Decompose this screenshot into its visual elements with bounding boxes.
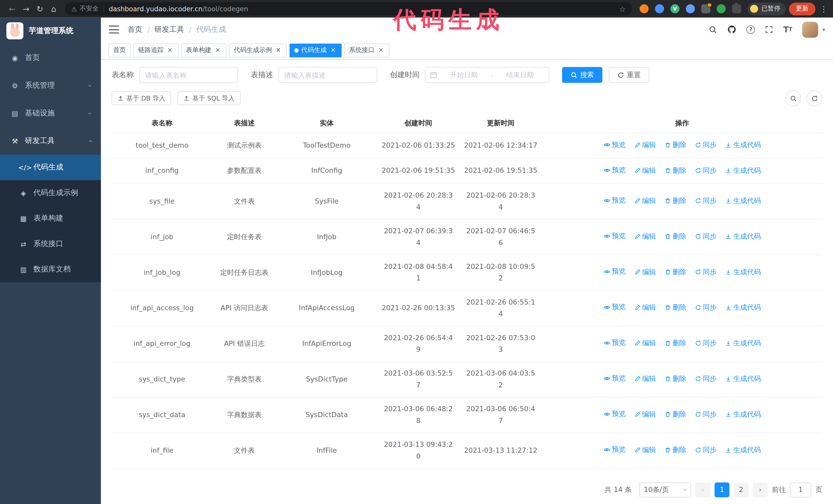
preview-link[interactable]: 预览	[603, 302, 626, 313]
delete-link[interactable]: 删除	[665, 195, 686, 207]
sync-link[interactable]: 同步	[695, 302, 717, 314]
sidebar-item[interactable]: ⇄ 系统接口 ›	[0, 231, 101, 257]
logo[interactable]: 芋道管理系统	[0, 18, 101, 44]
font-size-icon[interactable]: TT	[783, 25, 792, 34]
tag-item[interactable]: 代码生成 ×	[290, 43, 342, 57]
edit-link[interactable]: 编辑	[634, 302, 656, 314]
sync-link[interactable]: 同步	[695, 195, 717, 207]
refresh-button[interactable]	[806, 90, 822, 106]
tag-item[interactable]: 系统接口 ×	[344, 43, 389, 57]
sync-link[interactable]: 同步	[695, 266, 717, 278]
tag-item[interactable]: 代码生成示例 ×	[229, 43, 287, 57]
paused-badge[interactable]: 已暂停	[747, 2, 786, 15]
extension-icon-vue[interactable]: V	[670, 4, 680, 13]
preview-link[interactable]: 预览	[603, 230, 626, 242]
generate-code-link[interactable]: 生成代码	[725, 231, 761, 242]
caret-down-icon[interactable]: ▾	[823, 27, 825, 32]
edit-link[interactable]: 编辑	[634, 231, 656, 242]
preview-link[interactable]: 预览	[603, 164, 626, 176]
edit-link[interactable]: 编辑	[634, 165, 656, 176]
next-page-button[interactable]: ›	[753, 482, 768, 497]
delete-link[interactable]: 删除	[665, 139, 686, 151]
extension-icon-people[interactable]	[686, 4, 695, 13]
import-db-button[interactable]: 基于 DB 导入	[112, 92, 171, 105]
close-icon[interactable]: ×	[275, 46, 282, 54]
preview-link[interactable]: 预览	[603, 444, 626, 456]
page-number-button[interactable]: 1	[715, 482, 730, 497]
close-icon[interactable]: ×	[377, 46, 385, 54]
sync-link[interactable]: 同步	[695, 231, 717, 242]
browser-update-button[interactable]: 更新	[789, 2, 815, 15]
edit-link[interactable]: 编辑	[634, 373, 656, 385]
preview-link[interactable]: 预览	[603, 373, 626, 384]
close-icon[interactable]: ×	[214, 46, 221, 54]
home-button[interactable]: ⌂	[47, 2, 61, 16]
tag-item[interactable]: 链路追踪 ×	[133, 43, 178, 57]
back-button[interactable]: ←	[5, 2, 19, 16]
delete-link[interactable]: 删除	[665, 444, 686, 456]
fullscreen-icon[interactable]	[765, 25, 773, 33]
sidebar-item[interactable]: </> 代码生成 ›	[0, 154, 101, 180]
sync-link[interactable]: 同步	[695, 139, 717, 151]
search-button[interactable]: 搜索	[562, 67, 602, 83]
create-time-range-picker[interactable]: 开始日期 - 结束日期	[425, 67, 549, 83]
preview-link[interactable]: 预览	[603, 195, 626, 207]
generate-code-link[interactable]: 生成代码	[725, 195, 761, 207]
delete-link[interactable]: 删除	[665, 337, 686, 349]
generate-code-link[interactable]: 生成代码	[725, 444, 761, 456]
import-sql-button[interactable]: 基于 SQL 导入	[177, 92, 240, 105]
breadcrumb-item[interactable]: 首页	[127, 25, 142, 34]
page-number-button[interactable]: 2	[734, 482, 748, 497]
extension-icon-fox[interactable]	[640, 4, 649, 13]
extension-icon-green[interactable]	[717, 4, 725, 13]
sync-link[interactable]: 同步	[695, 337, 717, 349]
delete-link[interactable]: 删除	[665, 266, 686, 278]
search-icon[interactable]	[709, 25, 717, 33]
delete-link[interactable]: 删除	[665, 302, 686, 314]
tag-item[interactable]: 首页 ×	[109, 43, 131, 57]
sidebar-toggle-icon[interactable]	[109, 25, 119, 33]
generate-code-link[interactable]: 生成代码	[725, 302, 761, 314]
edit-link[interactable]: 编辑	[634, 408, 656, 420]
close-icon[interactable]: ×	[329, 46, 337, 54]
sync-link[interactable]: 同步	[695, 444, 717, 456]
reload-button[interactable]: ↻	[33, 2, 47, 16]
generate-code-link[interactable]: 生成代码	[725, 373, 761, 385]
sidebar-item[interactable]: ⚒ 研发工具 ›	[0, 127, 101, 154]
address-bar[interactable]: ⚠ 不安全 dashboard.yudao.iocoder.cn/tool/co…	[65, 2, 632, 16]
user-avatar[interactable]	[803, 22, 818, 38]
preview-link[interactable]: 预览	[603, 139, 626, 151]
generate-code-link[interactable]: 生成代码	[725, 408, 761, 420]
edit-link[interactable]: 编辑	[634, 444, 656, 456]
sync-link[interactable]: 同步	[695, 165, 717, 176]
sync-link[interactable]: 同步	[695, 373, 717, 385]
sidebar-item[interactable]: ◈ 代码生成示例 ›	[0, 180, 101, 206]
edit-link[interactable]: 编辑	[634, 337, 656, 349]
tag-item[interactable]: 表单构建 ×	[181, 43, 226, 57]
edit-link[interactable]: 编辑	[634, 195, 656, 207]
delete-link[interactable]: 删除	[665, 408, 686, 420]
delete-link[interactable]: 删除	[665, 231, 686, 242]
reset-button[interactable]: 重置	[609, 67, 649, 83]
sidebar-item[interactable]: ▦ 表单构建 ›	[0, 206, 101, 231]
extension-icon-drop[interactable]	[655, 4, 664, 13]
generate-code-link[interactable]: 生成代码	[725, 266, 761, 278]
breadcrumb-item[interactable]: 研发工具	[154, 25, 184, 34]
forward-button[interactable]: →	[19, 2, 33, 16]
bookmark-star-icon[interactable]: ☆	[619, 5, 626, 13]
browser-menu-icon[interactable]: ⋮	[820, 4, 828, 14]
breadcrumb-item[interactable]: 代码生成	[196, 25, 226, 34]
page-size-select[interactable]: 10条/页 ▾	[639, 482, 691, 497]
delete-link[interactable]: 删除	[665, 165, 686, 176]
extensions-puzzle-icon[interactable]	[732, 4, 741, 13]
close-icon[interactable]: ×	[166, 46, 174, 54]
toggle-search-button[interactable]	[785, 90, 801, 106]
sync-link[interactable]: 同步	[695, 408, 717, 420]
extension-icon-camera[interactable]	[701, 4, 710, 13]
sidebar-item[interactable]: ⚙ 系统管理 ›	[0, 72, 101, 99]
table-name-input[interactable]	[139, 67, 238, 83]
sidebar-item[interactable]: ◉ 首页 ›	[0, 44, 101, 72]
help-icon[interactable]: ?	[747, 25, 755, 33]
edit-link[interactable]: 编辑	[634, 139, 656, 151]
preview-link[interactable]: 预览	[603, 408, 626, 420]
